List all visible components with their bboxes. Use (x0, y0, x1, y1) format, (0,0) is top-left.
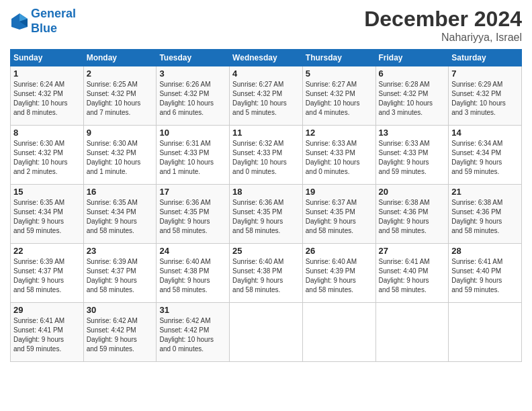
day-number: 13 (379, 128, 446, 138)
header-cell-wednesday: Wednesday (230, 50, 303, 66)
day-number: 12 (306, 128, 373, 138)
day-cell: 24Sunrise: 6:40 AM Sunset: 4:38 PM Dayli… (157, 244, 230, 303)
day-cell: 31Sunrise: 6:42 AM Sunset: 4:42 PM Dayli… (157, 303, 230, 362)
day-info: Sunrise: 6:28 AM Sunset: 4:32 PM Dayligh… (379, 80, 446, 118)
logo-text: General Blue (31, 7, 76, 36)
day-number: 23 (87, 246, 154, 256)
day-info: Sunrise: 6:29 AM Sunset: 4:32 PM Dayligh… (451, 80, 519, 118)
day-cell: 11Sunrise: 6:32 AM Sunset: 4:33 PM Dayli… (230, 126, 303, 185)
day-info: Sunrise: 6:38 AM Sunset: 4:36 PM Dayligh… (379, 198, 446, 236)
day-info: Sunrise: 6:41 AM Sunset: 4:40 PM Dayligh… (379, 257, 446, 295)
week-row-4: 22Sunrise: 6:39 AM Sunset: 4:37 PM Dayli… (11, 244, 522, 303)
day-info: Sunrise: 6:24 AM Sunset: 4:32 PM Dayligh… (13, 80, 81, 118)
day-cell: 18Sunrise: 6:36 AM Sunset: 4:35 PM Dayli… (230, 185, 303, 244)
calendar-body: 1Sunrise: 6:24 AM Sunset: 4:32 PM Daylig… (11, 66, 522, 362)
day-info: Sunrise: 6:33 AM Sunset: 4:33 PM Dayligh… (306, 139, 373, 177)
day-number: 1 (13, 68, 81, 79)
day-info: Sunrise: 6:36 AM Sunset: 4:35 PM Dayligh… (232, 198, 300, 236)
day-info: Sunrise: 6:39 AM Sunset: 4:37 PM Dayligh… (87, 257, 154, 295)
day-cell: 21Sunrise: 6:38 AM Sunset: 4:36 PM Dayli… (449, 185, 522, 244)
day-cell: 4Sunrise: 6:27 AM Sunset: 4:32 PM Daylig… (230, 66, 303, 126)
day-cell: 2Sunrise: 6:25 AM Sunset: 4:32 PM Daylig… (83, 66, 157, 126)
day-number: 6 (379, 68, 446, 79)
day-info: Sunrise: 6:25 AM Sunset: 4:32 PM Dayligh… (87, 80, 154, 118)
calendar-header: SundayMondayTuesdayWednesdayThursdayFrid… (11, 50, 522, 66)
day-cell: 5Sunrise: 6:27 AM Sunset: 4:32 PM Daylig… (302, 66, 375, 126)
day-number: 17 (159, 187, 226, 197)
day-info: Sunrise: 6:40 AM Sunset: 4:39 PM Dayligh… (306, 257, 373, 295)
day-info: Sunrise: 6:36 AM Sunset: 4:35 PM Dayligh… (159, 198, 226, 236)
day-info: Sunrise: 6:31 AM Sunset: 4:33 PM Dayligh… (159, 139, 226, 177)
logo-line1: General (31, 7, 76, 20)
day-cell: 15Sunrise: 6:35 AM Sunset: 4:34 PM Dayli… (11, 185, 84, 244)
day-info: Sunrise: 6:40 AM Sunset: 4:38 PM Dayligh… (159, 257, 226, 295)
day-cell (449, 303, 522, 362)
logo: General Blue (10, 7, 76, 36)
header-cell-sunday: Sunday (11, 50, 84, 66)
day-info: Sunrise: 6:35 AM Sunset: 4:34 PM Dayligh… (87, 198, 154, 236)
day-info: Sunrise: 6:26 AM Sunset: 4:32 PM Dayligh… (159, 80, 226, 118)
logo-line2: Blue (31, 21, 57, 35)
day-number: 15 (13, 187, 81, 197)
day-cell: 19Sunrise: 6:37 AM Sunset: 4:35 PM Dayli… (302, 185, 375, 244)
header: General Blue December 2024 Nahariyya, Is… (10, 7, 522, 44)
week-row-2: 8Sunrise: 6:30 AM Sunset: 4:32 PM Daylig… (11, 126, 522, 185)
day-number: 4 (232, 68, 300, 79)
day-info: Sunrise: 6:27 AM Sunset: 4:32 PM Dayligh… (306, 80, 373, 118)
week-row-5: 29Sunrise: 6:41 AM Sunset: 4:41 PM Dayli… (11, 303, 522, 362)
header-row: SundayMondayTuesdayWednesdayThursdayFrid… (11, 50, 522, 66)
day-number: 27 (379, 246, 446, 256)
day-number: 10 (159, 128, 226, 138)
day-number: 11 (232, 128, 300, 138)
day-info: Sunrise: 6:34 AM Sunset: 4:34 PM Dayligh… (451, 139, 519, 177)
day-cell: 13Sunrise: 6:33 AM Sunset: 4:33 PM Dayli… (375, 126, 449, 185)
day-info: Sunrise: 6:33 AM Sunset: 4:33 PM Dayligh… (379, 139, 446, 177)
day-number: 8 (13, 128, 81, 138)
day-info: Sunrise: 6:42 AM Sunset: 4:42 PM Dayligh… (159, 316, 226, 354)
day-number: 31 (159, 305, 226, 315)
day-cell: 22Sunrise: 6:39 AM Sunset: 4:37 PM Dayli… (11, 244, 84, 303)
day-cell: 29Sunrise: 6:41 AM Sunset: 4:41 PM Dayli… (11, 303, 84, 362)
logo-icon (10, 12, 29, 31)
day-info: Sunrise: 6:27 AM Sunset: 4:32 PM Dayligh… (232, 80, 300, 118)
day-cell: 7Sunrise: 6:29 AM Sunset: 4:32 PM Daylig… (449, 66, 522, 126)
day-number: 18 (232, 187, 300, 197)
title-area: December 2024 Nahariyya, Israel (364, 7, 522, 44)
header-cell-thursday: Thursday (302, 50, 375, 66)
day-info: Sunrise: 6:41 AM Sunset: 4:40 PM Dayligh… (451, 257, 519, 295)
day-number: 24 (159, 246, 226, 256)
day-cell: 28Sunrise: 6:41 AM Sunset: 4:40 PM Dayli… (449, 244, 522, 303)
day-info: Sunrise: 6:41 AM Sunset: 4:41 PM Dayligh… (13, 316, 81, 354)
day-number: 26 (306, 246, 373, 256)
header-cell-monday: Monday (83, 50, 157, 66)
day-number: 9 (87, 128, 154, 138)
day-cell (302, 303, 375, 362)
day-cell: 23Sunrise: 6:39 AM Sunset: 4:37 PM Dayli… (83, 244, 157, 303)
main-container: General Blue December 2024 Nahariyya, Is… (0, 0, 532, 369)
day-info: Sunrise: 6:39 AM Sunset: 4:37 PM Dayligh… (13, 257, 81, 295)
day-info: Sunrise: 6:30 AM Sunset: 4:32 PM Dayligh… (87, 139, 154, 177)
day-number: 28 (451, 246, 519, 256)
day-info: Sunrise: 6:38 AM Sunset: 4:36 PM Dayligh… (451, 198, 519, 236)
day-number: 25 (232, 246, 300, 256)
day-info: Sunrise: 6:40 AM Sunset: 4:38 PM Dayligh… (232, 257, 300, 295)
day-cell: 9Sunrise: 6:30 AM Sunset: 4:32 PM Daylig… (83, 126, 157, 185)
day-cell: 20Sunrise: 6:38 AM Sunset: 4:36 PM Dayli… (375, 185, 449, 244)
header-cell-friday: Friday (375, 50, 449, 66)
day-number: 20 (379, 187, 446, 197)
month-title: December 2024 (364, 7, 522, 32)
header-cell-tuesday: Tuesday (157, 50, 230, 66)
day-cell: 27Sunrise: 6:41 AM Sunset: 4:40 PM Dayli… (375, 244, 449, 303)
day-info: Sunrise: 6:42 AM Sunset: 4:42 PM Dayligh… (87, 316, 154, 354)
day-cell: 25Sunrise: 6:40 AM Sunset: 4:38 PM Dayli… (230, 244, 303, 303)
day-number: 2 (87, 68, 154, 79)
calendar-table: SundayMondayTuesdayWednesdayThursdayFrid… (10, 49, 522, 362)
day-cell: 14Sunrise: 6:34 AM Sunset: 4:34 PM Dayli… (449, 126, 522, 185)
day-cell: 12Sunrise: 6:33 AM Sunset: 4:33 PM Dayli… (302, 126, 375, 185)
day-cell (230, 303, 303, 362)
day-number: 3 (159, 68, 226, 79)
day-number: 16 (87, 187, 154, 197)
day-info: Sunrise: 6:30 AM Sunset: 4:32 PM Dayligh… (13, 139, 81, 177)
day-cell: 26Sunrise: 6:40 AM Sunset: 4:39 PM Dayli… (302, 244, 375, 303)
day-number: 30 (87, 305, 154, 315)
